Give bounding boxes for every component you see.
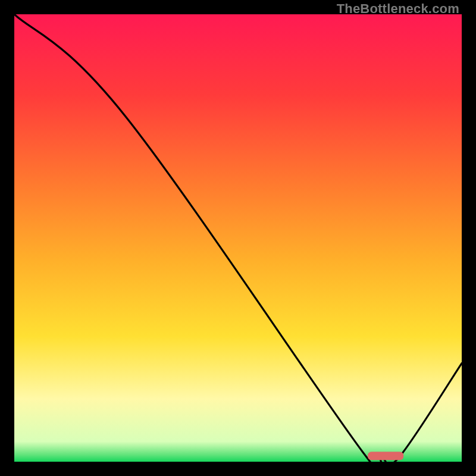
chart-background-gradient: [14, 14, 462, 462]
chart-frame: [14, 14, 462, 462]
optimal-marker: [368, 452, 403, 460]
bottleneck-chart: [14, 14, 462, 462]
